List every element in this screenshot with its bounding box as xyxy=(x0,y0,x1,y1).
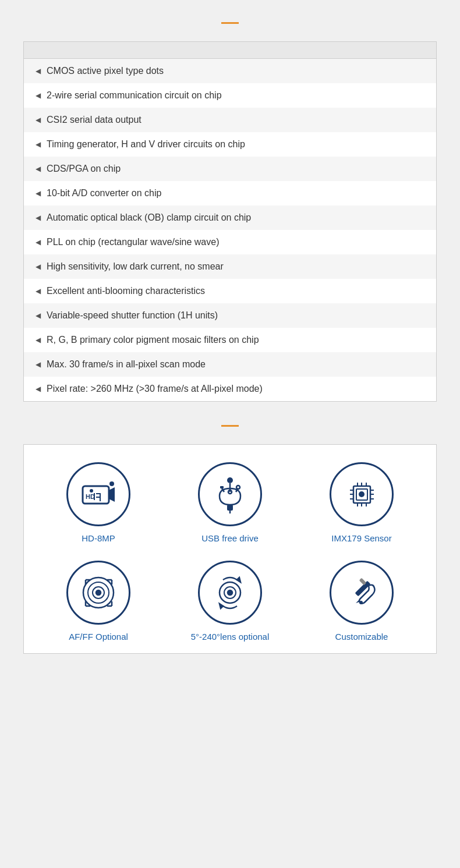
af-label: AF/FF Optional xyxy=(69,632,128,642)
lens-icon-circle xyxy=(198,561,262,625)
feature-text: Timing generator, H and V driver circuit… xyxy=(47,139,245,150)
bullet-icon: ◀ xyxy=(36,336,41,344)
bullet-icon: ◀ xyxy=(36,238,41,246)
feature-text: 2-wire serial communication circuit on c… xyxy=(47,90,222,101)
feature-text: R, G, B primary color pigment mosaic fil… xyxy=(47,335,259,345)
feature-text: Pixel rate: >260 MHz (>30 frame/s at All… xyxy=(47,384,263,394)
feature-row: ◀CMOS active pixel type dots xyxy=(24,59,436,83)
svg-point-40 xyxy=(228,590,232,595)
svg-point-8 xyxy=(109,481,114,486)
svg-rect-4 xyxy=(94,493,95,500)
icon-item-custom: Customizable xyxy=(299,561,424,642)
feature-row: ◀Pixel rate: >260 MHz (>30 frame/s at Al… xyxy=(24,377,436,401)
main-function-box: HD HD-8MP USB free drive xyxy=(23,444,437,654)
features-list: ◀CMOS active pixel type dots◀2-wire seri… xyxy=(24,59,436,401)
imx179-icon-circle xyxy=(330,462,394,526)
bullet-icon: ◀ xyxy=(36,91,41,100)
features-header xyxy=(24,42,436,59)
feature-row: ◀Variable-speed shutter function (1H uni… xyxy=(24,303,436,328)
svg-marker-42 xyxy=(220,604,223,608)
feature-row: ◀Max. 30 frame/s in all-pixel scan mode xyxy=(24,352,436,377)
bullet-icon: ◀ xyxy=(36,287,41,295)
feature-text: CDS/PGA on chip xyxy=(47,164,121,174)
feature-text: High sensitivity, low dark current, no s… xyxy=(47,261,224,272)
svg-point-16 xyxy=(236,486,240,489)
custom-icon-circle xyxy=(330,561,394,625)
feature-row: ◀High sensitivity, low dark current, no … xyxy=(24,254,436,279)
feature-row: ◀R, G, B primary color pigment mosaic fi… xyxy=(24,328,436,352)
icon-item-af: AF/FF Optional xyxy=(36,561,161,642)
svg-marker-41 xyxy=(237,578,240,582)
hd8mp-label: HD-8MP xyxy=(82,533,115,543)
svg-point-37 xyxy=(96,590,101,595)
custom-label: Customizable xyxy=(335,632,388,642)
bullet-icon: ◀ xyxy=(36,165,41,173)
page-container: ◀CMOS active pixel type dots◀2-wire seri… xyxy=(0,0,460,671)
feature-row: ◀CDS/PGA on chip xyxy=(24,157,436,181)
svg-rect-7 xyxy=(100,493,101,501)
feature-row: ◀PLL on chip (rectangular wave/sine wave… xyxy=(24,230,436,254)
feature-row: ◀CSI2 serial data output xyxy=(24,108,436,132)
svg-rect-11 xyxy=(227,505,233,511)
svg-rect-14 xyxy=(220,486,224,488)
feature-text: Max. 30 frame/s in all-pixel scan mode xyxy=(47,359,206,370)
bullet-icon: ◀ xyxy=(36,360,41,369)
main-function-section: HD HD-8MP USB free drive xyxy=(23,425,437,654)
bullet-icon: ◀ xyxy=(36,140,41,148)
icon-item-hd8mp: HD HD-8MP xyxy=(36,462,161,543)
bullet-icon: ◀ xyxy=(36,214,41,222)
feature-row: ◀Automatic optical black (OB) clamp circ… xyxy=(24,206,436,230)
icons-grid: HD HD-8MP USB free drive xyxy=(36,462,424,642)
hd8mp-icon-circle: HD xyxy=(66,462,130,526)
usb-label: USB free drive xyxy=(201,533,259,543)
feature-row: ◀Excellent anti-blooming characteristics xyxy=(24,279,436,303)
feature-text: CMOS active pixel type dots xyxy=(47,66,164,76)
svg-text:HD: HD xyxy=(86,493,95,500)
feature-text: Excellent anti-blooming characteristics xyxy=(47,286,205,296)
bullet-icon: ◀ xyxy=(36,116,41,124)
feature-text: CSI2 serial data output xyxy=(47,115,141,125)
bullet-icon: ◀ xyxy=(36,67,41,75)
feature-text: 10-bit A/D converter on chip xyxy=(47,188,161,199)
svg-point-33 xyxy=(359,491,365,497)
bullet-icon: ◀ xyxy=(36,263,41,271)
bullet-icon: ◀ xyxy=(36,311,41,320)
title-underline xyxy=(221,22,239,24)
feature-row: ◀2-wire serial communication circuit on … xyxy=(24,83,436,108)
main-function-underline xyxy=(221,425,239,427)
icon-item-imx179: IMX179 Sensor xyxy=(299,462,424,543)
usb-icon-circle xyxy=(198,462,262,526)
lens-label: 5°-240°lens optional xyxy=(191,632,270,642)
feature-row: ◀Timing generator, H and V driver circui… xyxy=(24,132,436,157)
imx179-label: IMX179 Sensor xyxy=(331,533,391,543)
feature-text: PLL on chip (rectangular wave/sine wave) xyxy=(47,237,219,247)
svg-point-9 xyxy=(227,477,233,483)
features-box: ◀CMOS active pixel type dots◀2-wire seri… xyxy=(23,41,437,402)
feature-text: Variable-speed shutter function (1H unit… xyxy=(47,310,218,321)
feature-row: ◀10-bit A/D converter on chip xyxy=(24,181,436,206)
icon-item-lens: 5°-240°lens optional xyxy=(167,561,293,642)
af-icon-circle xyxy=(66,561,130,625)
svg-point-46 xyxy=(359,601,363,604)
bullet-icon: ◀ xyxy=(36,385,41,393)
bullet-icon: ◀ xyxy=(36,189,41,197)
svg-point-2 xyxy=(90,489,93,493)
feature-text: Automatic optical black (OB) clamp circu… xyxy=(47,212,251,223)
icon-item-usb: USB free drive xyxy=(167,462,293,543)
